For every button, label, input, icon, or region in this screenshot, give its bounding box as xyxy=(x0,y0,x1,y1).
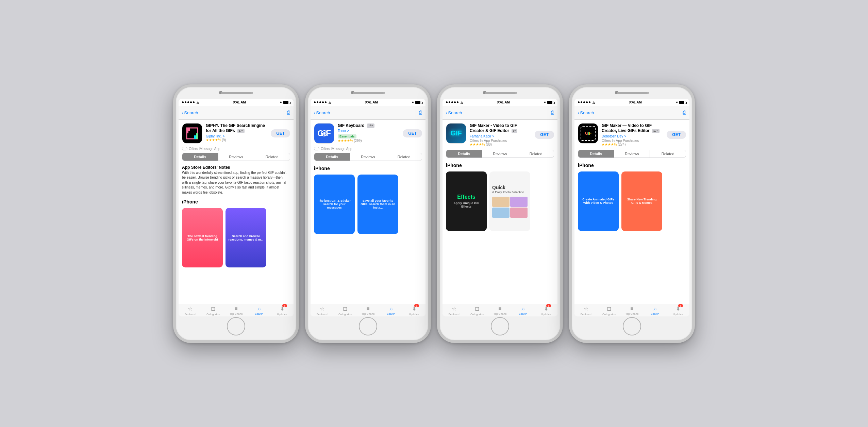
tab-categories[interactable]: ⊡ Categories xyxy=(334,306,357,316)
share-button[interactable]: ⎙ xyxy=(551,110,554,116)
screenshot-2: Save all your favorite GIFs, search them… xyxy=(357,175,398,234)
screenshot-2: Share New Trending GIFs & Memes xyxy=(621,171,662,231)
editors-notes-text: With this wonderfully streamlined app, f… xyxy=(179,170,294,197)
nav-bar: ‹ Search ⎙ xyxy=(311,106,425,120)
top-charts-icon: ≡ xyxy=(234,306,237,312)
status-bar: △ 9:41 AM 𝑤 xyxy=(311,99,425,106)
signal-dot xyxy=(190,101,192,103)
signal-dot xyxy=(182,101,184,103)
screenshot-image-1: Create Animated GIFs With Video & Photos xyxy=(578,171,619,231)
age-rating: 9+ xyxy=(512,129,517,133)
imessage-note: Offers iMessage App xyxy=(179,147,294,153)
tab-updates[interactable]: ⬇ 6 Updates xyxy=(402,306,425,316)
screenshot-1: The best GIF & Sticker search for your m… xyxy=(314,175,355,234)
app-header: GIPHY. The GIF Search Engine for All the… xyxy=(179,120,294,147)
tab-top-charts[interactable]: ≡ Top Charts xyxy=(224,306,248,316)
featured-icon: ☆ xyxy=(584,306,588,312)
tab-featured[interactable]: ☆ Featured xyxy=(179,306,202,316)
tab-top-charts[interactable]: ≡ Top Charts xyxy=(488,306,512,316)
tab-featured-label: Featured xyxy=(317,313,328,316)
back-label: Search xyxy=(184,110,198,115)
seg-details[interactable]: Details xyxy=(578,150,614,158)
tab-top-charts[interactable]: ≡ Top Charts xyxy=(356,306,380,316)
phone-2: △ 9:41 AM 𝑤 ‹ Search ⎙ GiF xyxy=(305,84,431,343)
tab-top-charts[interactable]: ≡ Top Charts xyxy=(620,306,644,316)
categories-icon: ⊡ xyxy=(607,306,611,312)
get-button[interactable]: GET xyxy=(271,129,290,137)
status-right: 𝑤 xyxy=(676,100,686,104)
categories-icon: ⊡ xyxy=(475,306,479,312)
seg-related[interactable]: Related xyxy=(518,150,554,158)
tab-search[interactable]: ⌕ Search xyxy=(248,306,271,316)
app-name: GIPHY. The GIF Search Engine for All the… xyxy=(206,123,267,134)
tab-featured[interactable]: ☆ Featured xyxy=(443,306,466,316)
updates-badge: 6 xyxy=(414,304,419,307)
seg-related[interactable]: Related xyxy=(254,153,290,161)
tab-categories-label: Categories xyxy=(206,313,220,316)
tab-search[interactable]: ⌕ Search xyxy=(644,306,667,316)
share-button[interactable]: ⎙ xyxy=(287,110,290,116)
battery-icon xyxy=(283,101,290,104)
seg-reviews[interactable]: Reviews xyxy=(482,150,518,158)
share-button[interactable]: ⎙ xyxy=(419,110,422,116)
app-developer[interactable]: Tenor > xyxy=(338,129,399,133)
seg-reviews[interactable]: Reviews xyxy=(350,153,386,161)
top-charts-icon: ≡ xyxy=(630,306,633,312)
screenshot-1: The newest trending GIFs on the interweb… xyxy=(182,208,223,267)
seg-related[interactable]: Related xyxy=(650,150,686,158)
signal-dot xyxy=(193,101,195,103)
tab-updates-label: Updates xyxy=(541,313,551,316)
seg-details[interactable]: Details xyxy=(446,150,482,158)
tab-categories[interactable]: ⊡ Categories xyxy=(598,306,621,316)
featured-icon: ☆ xyxy=(320,306,324,312)
seg-reviews[interactable]: Reviews xyxy=(614,150,650,158)
screenshots-row: Create Animated GIFs With Video & Photos… xyxy=(574,169,689,233)
seg-reviews[interactable]: Reviews xyxy=(218,153,254,161)
screenshot-image-2: Share New Trending GIFs & Memes xyxy=(621,171,662,231)
tab-updates-label: Updates xyxy=(409,313,419,316)
tab-categories[interactable]: ⊡ Categories xyxy=(202,306,225,316)
tab-featured[interactable]: ☆ Featured xyxy=(311,306,334,316)
tab-updates-label: Updates xyxy=(673,313,683,316)
phone-1-screen: △ 9:41 AM 𝑤 ‹ Search ⎙ xyxy=(179,99,294,316)
screenshot-image-1: The newest trending GIFs on the interweb… xyxy=(182,208,223,267)
app-developer[interactable]: Debotosh Dey > xyxy=(602,134,663,138)
app-developer[interactable]: Farhana Kabir > xyxy=(470,134,531,138)
tab-updates[interactable]: ⬇ 5 Updates xyxy=(270,306,294,316)
segment-control: Details Reviews Related xyxy=(182,153,290,161)
tab-updates[interactable]: ⬇ 5 Updates xyxy=(534,306,557,316)
tab-categories-label: Categories xyxy=(470,313,484,316)
seg-related[interactable]: Related xyxy=(386,153,422,161)
status-time: 9:41 AM xyxy=(365,100,378,104)
get-button[interactable]: GET xyxy=(535,131,554,139)
seg-details[interactable]: Details xyxy=(314,153,350,161)
tab-search[interactable]: ⌕ Search xyxy=(512,306,535,316)
nav-bar: ‹ Search ⎙ xyxy=(574,106,689,120)
share-button[interactable]: ⎙ xyxy=(683,110,686,116)
main-content: iPhone Create Animated GIFs With Video &… xyxy=(574,161,689,304)
tab-search-label: Search xyxy=(519,312,527,315)
section-label: iPhone xyxy=(443,161,557,169)
back-label: Search xyxy=(448,110,462,115)
back-button[interactable]: ‹ Search xyxy=(578,110,594,115)
app-header: GIF GIF Maker - Video to GIF Creator & G… xyxy=(443,120,557,150)
app-developer[interactable]: Giphy, Inc. > xyxy=(206,134,267,138)
app-info: GIPHY. The GIF Search Engine for All the… xyxy=(206,123,267,142)
tab-search[interactable]: ⌕ Search xyxy=(380,306,403,316)
categories-icon: ⊡ xyxy=(211,306,215,312)
battery-icon xyxy=(547,101,554,104)
app-header: GiF GIF Keyboard 17+ Tenor > Essentials xyxy=(311,120,425,147)
seg-details[interactable]: Details xyxy=(182,153,218,161)
tab-categories-label: Categories xyxy=(602,313,616,316)
app-name: GIF Maker — Video to GIF Creator, Live G… xyxy=(602,123,663,134)
essentials-tag: Essentials xyxy=(338,134,356,138)
age-rating: 17+ xyxy=(652,129,660,133)
back-button[interactable]: ‹ Search xyxy=(314,110,330,115)
get-button[interactable]: GET xyxy=(403,129,422,137)
tab-categories[interactable]: ⊡ Categories xyxy=(466,306,489,316)
tab-featured[interactable]: ☆ Featured xyxy=(574,306,598,316)
get-button[interactable]: GET xyxy=(667,131,686,139)
back-button[interactable]: ‹ Search xyxy=(446,110,462,115)
back-button[interactable]: ‹ Search xyxy=(182,110,198,115)
tab-updates[interactable]: ⬇ 5 Updates xyxy=(666,306,689,316)
